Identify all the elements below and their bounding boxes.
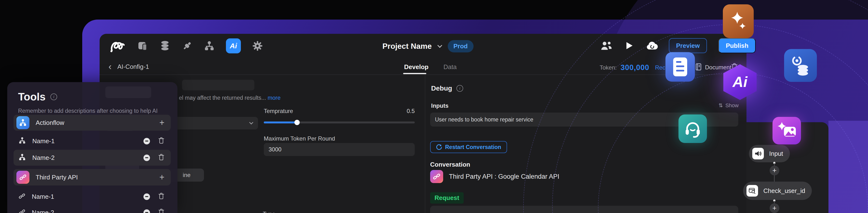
more-link[interactable]: more bbox=[268, 95, 281, 101]
temperature-label: Temprature bbox=[264, 108, 293, 114]
debug-title: Debug bbox=[431, 84, 452, 92]
next-field-label-clipped: Type bbox=[263, 211, 275, 213]
floating-sparkle-icon bbox=[723, 4, 754, 38]
add-node-button[interactable]: + bbox=[770, 166, 779, 175]
temperature-value: 0.5 bbox=[407, 108, 415, 114]
partial-button-label: ine bbox=[183, 172, 190, 179]
tools-category-actionflow[interactable]: Actionflow + bbox=[13, 115, 171, 131]
tools-entry-row[interactable]: Name-1 bbox=[13, 190, 171, 203]
trash-icon[interactable] bbox=[158, 208, 164, 213]
ai-logo-surface: Ai bbox=[723, 64, 756, 100]
floating-dataset-icon bbox=[784, 49, 817, 82]
environment-badge[interactable]: Prod bbox=[448, 40, 473, 52]
add-node-button[interactable]: + bbox=[770, 203, 779, 213]
link-small-icon bbox=[18, 208, 26, 213]
actionflow-small-icon bbox=[18, 137, 26, 145]
active-tab-underline bbox=[403, 73, 426, 74]
breadcrumb[interactable]: ‹ AI-Config-1 bbox=[108, 62, 149, 71]
database-icon[interactable] bbox=[159, 40, 170, 51]
description-chat-icon[interactable] bbox=[144, 138, 150, 144]
floating-support-icon bbox=[679, 114, 707, 143]
pages-icon[interactable] bbox=[137, 40, 148, 51]
row-actions bbox=[144, 192, 164, 201]
collaborators-icon[interactable] bbox=[601, 40, 612, 51]
api-plug-icon[interactable] bbox=[182, 40, 193, 51]
row-actions bbox=[144, 154, 164, 162]
actionflow-icon bbox=[17, 116, 29, 129]
top-nav-actions: Preview Publish bbox=[601, 38, 756, 54]
show-label[interactable]: Show bbox=[725, 102, 739, 109]
header-divider bbox=[100, 74, 746, 75]
temperature-slider-thumb[interactable] bbox=[294, 120, 300, 125]
show-toggle[interactable]: ⇅ Show bbox=[718, 102, 739, 109]
tools-entry-row[interactable]: Name-2 bbox=[13, 206, 171, 213]
breadcrumb-label[interactable]: AI-Config-1 bbox=[117, 63, 149, 71]
browser-search-icon bbox=[746, 185, 758, 196]
publish-button[interactable]: Publish bbox=[718, 38, 756, 53]
tools-title: Tools bbox=[18, 91, 45, 103]
tools-item-label: Third Party API bbox=[36, 174, 153, 181]
description-chat-icon[interactable] bbox=[144, 155, 150, 161]
token-label: Token: bbox=[600, 64, 617, 71]
third-party-api-icon bbox=[430, 170, 443, 183]
debug-header: Debug i bbox=[431, 84, 463, 92]
inputs-label: Inputs bbox=[431, 102, 448, 109]
token-value: 300,000 bbox=[621, 63, 649, 72]
ai-logo-text: Ai bbox=[733, 73, 747, 90]
connector-line bbox=[774, 175, 775, 182]
flow-node-check-user-id[interactable]: Check_user_id bbox=[743, 182, 812, 200]
momen-logo-icon[interactable] bbox=[110, 40, 126, 51]
chevron-down-icon bbox=[249, 121, 253, 125]
conversation-label: Conversation bbox=[430, 161, 470, 168]
floating-ai-image-icon bbox=[773, 117, 801, 144]
temperature-slider[interactable] bbox=[264, 122, 415, 124]
cloud-sync-icon[interactable] bbox=[646, 40, 657, 51]
actionflow-small-icon bbox=[18, 153, 26, 162]
project-switcher[interactable]: Project Name Prod bbox=[382, 38, 473, 54]
tools-item-label: Name-1 bbox=[32, 193, 137, 201]
node-label: Check_user_id bbox=[763, 187, 805, 195]
ai-nav-icon-active[interactable]: Ai bbox=[226, 38, 241, 53]
document-sheet bbox=[673, 57, 687, 76]
connector-line bbox=[774, 163, 775, 166]
flow-node-input[interactable]: Input bbox=[749, 145, 790, 162]
settings-gear-icon[interactable] bbox=[252, 40, 263, 51]
background-band bbox=[829, 121, 868, 213]
tools-item-label: Name-1 bbox=[32, 137, 137, 145]
project-name[interactable]: Project Name bbox=[382, 42, 432, 51]
actionflow-nav-icon[interactable] bbox=[204, 40, 215, 51]
description-chat-icon[interactable] bbox=[144, 209, 150, 213]
restart-conversation-button[interactable]: Restart Conversation bbox=[430, 141, 507, 153]
floating-document-icon bbox=[665, 52, 695, 82]
trash-icon[interactable] bbox=[158, 154, 164, 162]
tools-item-label: Name-2 bbox=[32, 209, 137, 213]
tab-develop[interactable]: Develop bbox=[404, 63, 429, 71]
config-tabs: Develop Data bbox=[404, 63, 457, 71]
run-play-icon[interactable] bbox=[623, 40, 634, 51]
tab-data[interactable]: Data bbox=[443, 63, 457, 71]
request-payload-box bbox=[430, 206, 738, 213]
max-token-input[interactable] bbox=[264, 143, 415, 156]
description-chat-icon[interactable] bbox=[144, 193, 150, 200]
link-icon bbox=[17, 171, 29, 184]
sort-arrows-icon: ⇅ bbox=[718, 102, 723, 109]
tools-entry-row-selected[interactable]: Name-2 bbox=[13, 150, 171, 166]
add-tool-button[interactable]: + bbox=[159, 117, 164, 128]
tools-category-third-party-api[interactable]: Third Party API + bbox=[13, 169, 171, 185]
restart-label: Restart Conversation bbox=[445, 144, 501, 151]
info-icon[interactable]: i bbox=[457, 85, 463, 92]
trash-icon[interactable] bbox=[158, 137, 164, 145]
trash-icon[interactable] bbox=[158, 192, 164, 201]
tools-item-label: Name-2 bbox=[32, 154, 137, 162]
book-icon bbox=[695, 63, 702, 72]
add-tool-button[interactable]: + bbox=[159, 172, 164, 182]
node-label: Input bbox=[769, 150, 783, 157]
preview-button[interactable]: Preview bbox=[669, 38, 707, 53]
back-chevron-icon[interactable]: ‹ bbox=[108, 62, 112, 71]
tool-call-label: Third Party API : Google Calendar API bbox=[449, 173, 559, 180]
tools-panel: Tools i Remember to add descriptions aft… bbox=[7, 82, 178, 213]
info-icon[interactable]: i bbox=[51, 94, 57, 100]
row-actions bbox=[144, 137, 164, 145]
tools-entry-row[interactable]: Name-1 bbox=[13, 134, 171, 148]
chevron-down-icon bbox=[437, 43, 442, 48]
